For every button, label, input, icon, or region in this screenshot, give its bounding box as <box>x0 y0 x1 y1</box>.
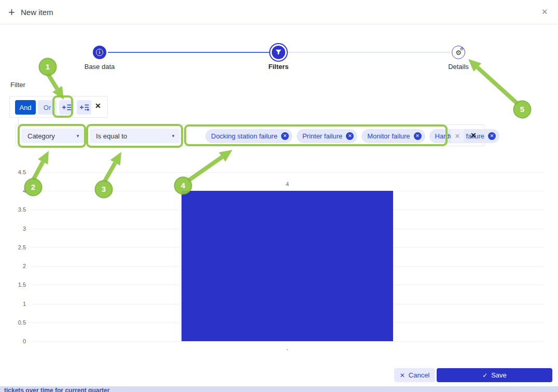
chevron-down-icon: ▼ <box>76 134 85 138</box>
step-details[interactable]: ⚙ ⚙ <box>452 46 465 59</box>
annotation-arrowhead-3 <box>110 152 121 165</box>
bar[interactable] <box>182 191 394 341</box>
background-page-title: tickets over time for current quarter <box>4 387 109 392</box>
cancel-button[interactable]: ✕Cancel <box>394 368 435 382</box>
new-item-dialog: + New item ✕ i Base data Filters ⚙ ⚙ Det… <box>0 0 558 392</box>
plus-icon: + <box>8 6 15 19</box>
step-base-data-label: Base data <box>68 63 131 71</box>
step-filters-label: Filters <box>247 63 310 71</box>
y-axis-tick: 0.5 <box>5 319 26 326</box>
bar-value-label: 4 <box>272 181 303 187</box>
chip-label: Monitor failure <box>367 132 410 140</box>
stepper-line-todo <box>288 52 450 53</box>
or-button[interactable]: Or <box>38 100 57 115</box>
y-axis-tick: 1 <box>5 301 26 307</box>
y-axis-tick: 2 <box>5 263 26 269</box>
chip-label: Printer failure <box>302 132 342 140</box>
annotation-number-5: 5 <box>520 105 524 114</box>
add-group-button[interactable] <box>77 100 91 115</box>
chip-label: Docking station failure <box>211 132 277 140</box>
remove-chip-icon[interactable]: ✕ <box>488 132 496 140</box>
dialog-title: New item <box>21 8 53 17</box>
remove-group-icon[interactable]: ✕ <box>95 102 101 110</box>
gridline <box>30 172 545 173</box>
stepper-line-done <box>108 52 270 53</box>
y-axis-tick: 4.5 <box>5 169 26 175</box>
remove-chip-icon[interactable]: ✕ <box>414 132 422 140</box>
step-base-data[interactable]: i <box>93 46 106 59</box>
remove-chip-icon[interactable]: ✕ <box>281 132 289 140</box>
clear-values-button[interactable]: ✕ <box>451 129 464 143</box>
close-icon[interactable]: ✕ <box>541 7 548 17</box>
annotation-badge-5 <box>514 101 531 118</box>
info-icon: i <box>96 49 103 56</box>
step-filters[interactable] <box>272 46 285 59</box>
save-label: Save <box>491 371 507 379</box>
x-axis-tick: - <box>272 346 303 352</box>
y-axis-tick: 1.5 <box>5 282 26 288</box>
gear-small-icon: ⚙ <box>460 47 464 51</box>
remove-row-icon[interactable]: ✕ <box>470 131 477 139</box>
add-condition-button[interactable] <box>59 100 74 115</box>
add-condition-icon <box>62 103 72 112</box>
annotation-badge-1 <box>39 59 57 76</box>
annotation-arrowhead-4 <box>219 150 232 162</box>
filter-value-chip[interactable]: Printer failure✕ <box>297 129 357 143</box>
tree-connector <box>18 118 19 125</box>
field-select[interactable]: Category ▼ <box>21 129 85 143</box>
y-axis-tick: 0 <box>5 338 26 344</box>
add-group-icon <box>79 103 89 112</box>
background-page-strip: tickets over time for current quarter <box>0 386 558 392</box>
dialog-header: + New item ✕ <box>0 0 558 24</box>
remove-chip-icon[interactable]: ✕ <box>346 132 354 140</box>
step-details-label: Details <box>427 63 490 71</box>
filter-value-chip[interactable]: Monitor failure✕ <box>361 129 425 143</box>
filter-condition-row: Category ▼ Is equal to ▼ Docking station… <box>16 124 485 146</box>
annotation-arrow-5 <box>478 67 518 104</box>
filter-group-toolbar: And Or ✕ <box>9 96 108 118</box>
filter-value-chip[interactable]: Hardware failure✕ <box>429 129 499 143</box>
y-axis-tick: 3.5 <box>5 206 26 213</box>
annotation-number-1: 1 <box>46 62 50 71</box>
filter-value-chip[interactable]: Docking station failure✕ <box>205 129 292 143</box>
y-axis-tick: 2.5 <box>5 244 26 250</box>
cancel-label: Cancel <box>409 371 429 379</box>
save-check-icon: ✓ <box>482 372 487 379</box>
cancel-x-icon: ✕ <box>400 372 405 379</box>
annotation-arrow-1 <box>48 74 57 89</box>
save-button[interactable]: ✓Save <box>437 368 552 382</box>
field-select-value: Category <box>21 132 76 140</box>
chevron-down-icon: ▼ <box>171 134 180 138</box>
gridline <box>30 341 545 342</box>
y-axis-tick: 3 <box>5 226 26 232</box>
and-button[interactable]: And <box>15 100 36 115</box>
filter-icon <box>274 48 283 57</box>
y-axis-tick: 4 <box>5 188 26 194</box>
operator-select[interactable]: Is equal to ▼ <box>90 129 180 143</box>
operator-select-value: Is equal to <box>90 132 171 140</box>
bar-chart: 00.511.522.533.544.54- <box>30 172 545 341</box>
annotation-arrowhead-2 <box>38 151 49 164</box>
filter-section-label: Filter <box>10 81 25 89</box>
